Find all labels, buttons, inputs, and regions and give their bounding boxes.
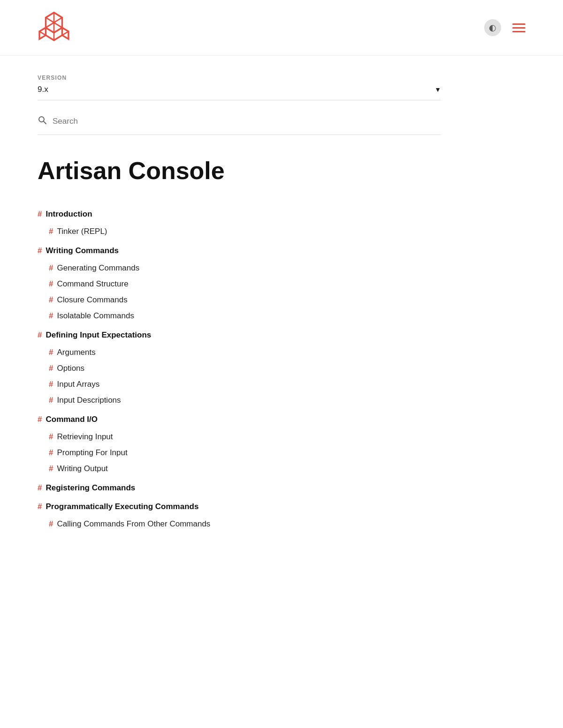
version-dropdown[interactable]: 9.x ▼ <box>38 85 441 100</box>
hash-icon: # <box>49 432 53 442</box>
toc-section-introduction: # Introduction # Tinker (REPL) <box>38 207 432 240</box>
menu-button[interactable] <box>512 23 525 32</box>
hash-icon: # <box>49 464 53 473</box>
toc-heading-label[interactable]: Programmatically Executing Commands <box>46 502 198 511</box>
hash-icon: # <box>38 483 42 493</box>
toc-item-options[interactable]: # Options <box>49 360 432 376</box>
toc-item-label: Input Descriptions <box>57 396 121 405</box>
toc-item-isolatable-commands[interactable]: # Isolatable Commands <box>49 308 432 324</box>
search-input[interactable] <box>53 117 441 126</box>
hash-icon: # <box>49 263 53 273</box>
theme-toggle-button[interactable]: ◐ <box>484 19 501 36</box>
toc-heading-command-io[interactable]: # Command I/O <box>38 412 432 427</box>
logo[interactable] <box>38 11 70 44</box>
toc-item-prompting-for-input[interactable]: # Prompting For Input <box>49 445 432 461</box>
toc-item-tinker[interactable]: # Tinker (REPL) <box>49 224 432 240</box>
hash-icon: # <box>38 502 42 511</box>
toc-item-input-arrays[interactable]: # Input Arrays <box>49 376 432 392</box>
chevron-down-icon: ▼ <box>434 86 441 93</box>
toc-item-closure-commands[interactable]: # Closure Commands <box>49 292 432 308</box>
toc-heading-defining-input[interactable]: # Defining Input Expectations <box>38 328 432 343</box>
toc-heading-label[interactable]: Command I/O <box>46 415 98 424</box>
version-value: 9.x <box>38 85 48 94</box>
toc-heading-programmatic-execution[interactable]: # Programmatically Executing Commands <box>38 499 432 514</box>
toc-section-writing-commands: # Writing Commands # Generating Commands… <box>38 243 432 324</box>
search-icon <box>38 115 47 127</box>
toc-item-label: Writing Output <box>57 464 107 473</box>
toc-item-retrieving-input[interactable]: # Retrieving Input <box>49 429 432 445</box>
site-header: ◐ <box>0 0 563 56</box>
toc-item-command-structure[interactable]: # Command Structure <box>49 276 432 292</box>
toc-item-label: Generating Commands <box>57 263 139 273</box>
toc-item-label: Options <box>57 364 84 373</box>
search-bar[interactable] <box>38 115 441 135</box>
toc-item-label: Tinker (REPL) <box>57 227 107 236</box>
hash-icon: # <box>49 364 53 373</box>
toc-heading-label[interactable]: Introduction <box>46 210 92 219</box>
table-of-contents: # Introduction # Tinker (REPL) # Writing… <box>38 207 432 532</box>
hash-icon: # <box>49 380 53 389</box>
toc-item-generating-commands[interactable]: # Generating Commands <box>49 260 432 276</box>
hash-icon: # <box>49 396 53 405</box>
version-label: VERSION <box>38 75 432 81</box>
hash-icon: # <box>49 279 53 289</box>
toc-heading-introduction[interactable]: # Introduction <box>38 207 432 222</box>
toc-heading-label[interactable]: Writing Commands <box>46 246 119 255</box>
toc-item-arguments[interactable]: # Arguments <box>49 345 432 360</box>
toc-heading-registering-commands[interactable]: # Registering Commands <box>38 480 432 495</box>
toc-sublist-programmatic-execution: # Calling Commands From Other Commands <box>49 516 432 532</box>
toc-section-defining-input: # Defining Input Expectations # Argument… <box>38 328 432 408</box>
hash-icon: # <box>49 227 53 236</box>
toc-heading-writing-commands[interactable]: # Writing Commands <box>38 243 432 258</box>
page-title: Artisan Console <box>38 158 432 184</box>
hash-icon: # <box>49 519 53 529</box>
toc-sublist-command-io: # Retrieving Input # Prompting For Input… <box>49 429 432 477</box>
toc-item-calling-commands[interactable]: # Calling Commands From Other Commands <box>49 516 432 532</box>
toc-sublist-introduction: # Tinker (REPL) <box>49 224 432 240</box>
toc-heading-label[interactable]: Registering Commands <box>46 483 135 493</box>
hash-icon: # <box>49 311 53 321</box>
hash-icon: # <box>49 295 53 305</box>
toc-section-registering-commands: # Registering Commands <box>38 480 432 495</box>
theme-icon: ◐ <box>489 23 496 33</box>
main-content: VERSION 9.x ▼ Artisan Console # Introduc… <box>0 56 469 555</box>
toc-item-label: Arguments <box>57 348 95 357</box>
header-actions: ◐ <box>484 19 525 36</box>
hash-icon: # <box>38 415 42 424</box>
toc-section-programmatic-execution: # Programmatically Executing Commands # … <box>38 499 432 532</box>
version-section: VERSION 9.x ▼ <box>38 75 432 100</box>
toc-sublist-writing-commands: # Generating Commands # Command Structur… <box>49 260 432 324</box>
hash-icon: # <box>38 210 42 219</box>
toc-item-input-descriptions[interactable]: # Input Descriptions <box>49 392 432 408</box>
toc-item-label: Closure Commands <box>57 295 127 305</box>
hash-icon: # <box>38 246 42 255</box>
toc-sublist-defining-input: # Arguments # Options # Input Arrays # I… <box>49 345 432 408</box>
toc-item-label: Prompting For Input <box>57 448 127 458</box>
toc-item-label: Command Structure <box>57 279 128 289</box>
toc-item-label: Calling Commands From Other Commands <box>57 519 210 529</box>
hash-icon: # <box>38 330 42 340</box>
hash-icon: # <box>49 448 53 458</box>
toc-item-label: Retrieving Input <box>57 432 113 442</box>
toc-section-command-io: # Command I/O # Retrieving Input # Promp… <box>38 412 432 477</box>
toc-item-writing-output[interactable]: # Writing Output <box>49 461 432 477</box>
toc-item-label: Input Arrays <box>57 380 99 389</box>
toc-heading-label[interactable]: Defining Input Expectations <box>46 330 151 340</box>
hash-icon: # <box>49 348 53 357</box>
toc-item-label: Isolatable Commands <box>57 311 134 321</box>
